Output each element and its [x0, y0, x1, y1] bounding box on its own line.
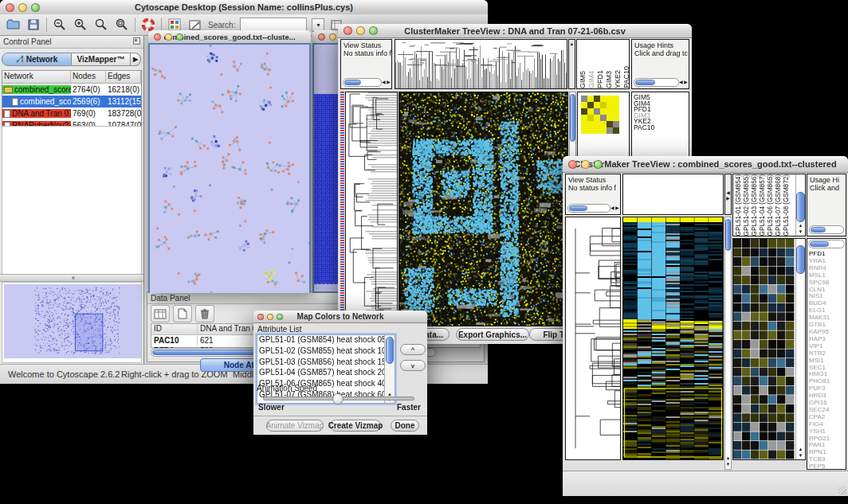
open-icon[interactable] [5, 18, 21, 32]
usage-hints-scrollbar[interactable]: ◀ ▶ [634, 78, 687, 87]
animate-vizmap-button[interactable]: Animate Vizmap [266, 420, 324, 432]
network-table: Network Nodes Edges combined_scores_2764… [2, 70, 142, 132]
attribute-item[interactable]: GPL51-02 (GSM855) heat shock 10 min [257, 346, 385, 357]
row-dendrogram-canvas[interactable] [566, 217, 620, 459]
attribute-item[interactable]: GPL51-04 (GSM857) heat shock 20 min [257, 368, 385, 379]
move-up-button[interactable]: ^ [400, 344, 426, 355]
close-button[interactable] [318, 33, 325, 41]
close-button[interactable] [568, 160, 577, 169]
scrollbar-thumb[interactable] [796, 192, 805, 222]
attribute-list[interactable]: GPL51-01 (GSM854) heat shock 05 minGPL51… [257, 334, 395, 404]
control-panel-tabs: Network VizMapper™ ▶ [0, 49, 143, 69]
attribute-item[interactable]: GPL51-03 (GSM856) heat shock 15 min [257, 357, 385, 369]
treeview2-usage-hints-panel: Usage HiClick and [807, 174, 846, 236]
speed-slider[interactable] [263, 397, 414, 400]
file-icon [12, 98, 18, 106]
zoom-button[interactable] [277, 314, 283, 320]
close-button[interactable] [154, 33, 161, 41]
minimize-button[interactable] [581, 160, 590, 169]
view-status-scrollbar[interactable]: ◀ ▶ [567, 204, 618, 213]
network-view-canvas[interactable] [150, 45, 309, 293]
move-down-button[interactable]: v [400, 360, 426, 371]
main-titlebar[interactable]: Cytoscape Desktop (Session Name: collins… [0, 0, 488, 15]
column-dendrogram-canvas[interactable] [395, 40, 567, 88]
close-button[interactable] [6, 3, 14, 12]
zoom-fit-icon[interactable] [114, 18, 130, 32]
save-icon[interactable] [26, 18, 41, 32]
control-panel-title: Control Panel [3, 37, 52, 46]
network-window-titlebar[interactable]: combined_scores_good.txt--cluste... [148, 30, 311, 44]
network-table-row[interactable]: DNA and Tran 07769(0)183728(0) [2, 107, 141, 119]
zoom-selected-icon[interactable] [93, 18, 109, 32]
column-labels-scrollbar[interactable]: ▲ ▼ [795, 174, 805, 236]
background-network-window [312, 30, 338, 293]
zoom-button[interactable] [594, 160, 603, 169]
attribute-item[interactable]: GPL51-01 (GSM854) heat shock 05 min [257, 335, 385, 346]
column-label: PAC10 [622, 66, 630, 88]
minimize-button[interactable] [18, 3, 27, 12]
network-table-row[interactable]: combined_sco2569(6)13112(15) [2, 96, 141, 107]
close-button[interactable] [344, 26, 352, 35]
folder-icon [4, 87, 13, 93]
heatmap-canvas[interactable] [623, 217, 723, 459]
view-status-scrollbar[interactable]: ◀ ▶ [343, 78, 390, 87]
minimize-button[interactable] [165, 33, 172, 41]
minimize-button[interactable] [356, 26, 365, 35]
scrollbar-thumb[interactable] [796, 245, 805, 274]
treeview2-titlebar[interactable]: ClusterMaker TreeView : combined_scores_… [563, 156, 848, 173]
network-name: combined_scores_ [14, 85, 71, 94]
network-name: DNA and Tran 07 [12, 109, 71, 118]
treeview2-vscrollbar[interactable]: ▲ ▼ [724, 217, 732, 470]
node-count: 2569(6) [71, 97, 106, 106]
scrollbar-thumb[interactable] [725, 219, 731, 251]
heatmap-canvas[interactable] [399, 92, 567, 326]
column-label: GIM3 [605, 71, 613, 88]
export-graphics-button[interactable]: Export Graphics... [456, 328, 529, 341]
treeview1-titlebar[interactable]: ClusterMaker TreeView : DNA and Tran 07-… [338, 24, 692, 38]
gene-label[interactable]: PEP5 [809, 463, 846, 470]
network-overview-canvas[interactable] [4, 284, 141, 358]
usage-hints-scrollbar[interactable] [809, 225, 844, 234]
close-button[interactable] [257, 314, 264, 320]
row-dendrogram-canvas[interactable] [346, 92, 397, 326]
zoom-out-icon[interactable] [52, 18, 68, 32]
zoom-panel-scrollbar[interactable]: ▲ ▼ [795, 239, 805, 459]
minimize-button[interactable] [267, 314, 273, 320]
treeview1-corner-strip: ▲ [568, 39, 575, 89]
tab-vizmapper[interactable]: VizMapper™ [72, 53, 131, 66]
resize-grip[interactable] [838, 486, 846, 494]
panel-splitter[interactable] [0, 274, 143, 282]
zoom-button[interactable] [369, 26, 378, 35]
search-dropdown-arrow[interactable]: ▼ [312, 18, 324, 32]
create-vizmap-button[interactable]: Create Vizmap [330, 420, 381, 432]
column-label: GPL51-06 (GSM865) [767, 174, 774, 236]
faster-label: Faster [397, 403, 421, 412]
zoom-heatmap-canvas[interactable] [733, 239, 795, 459]
zoom-button[interactable] [176, 33, 183, 41]
scrollbar-thumb[interactable] [810, 241, 829, 247]
gene-list-hscrollbar[interactable] [808, 240, 845, 248]
treeview2-corner-strip: ◀▶ [724, 174, 732, 215]
tab-network[interactable]: Network [2, 53, 72, 66]
column-label: GPL51-03 (GSM856) [751, 174, 758, 236]
slower-label: Slower [258, 403, 285, 412]
zoom-button[interactable] [31, 3, 40, 12]
zoom-in-icon[interactable] [73, 18, 88, 32]
treeview2-row-dendrogram [565, 217, 621, 460]
done-button[interactable]: Done [391, 420, 419, 432]
dense-network-canvas[interactable] [314, 45, 338, 291]
scrollbar-thumb[interactable] [386, 337, 394, 364]
delete-attribute-icon[interactable] [195, 305, 214, 322]
tab-overflow-arrow[interactable]: ▶ [131, 53, 141, 66]
network-table-header[interactable]: Network Nodes Edges [2, 71, 141, 84]
control-panel: Control Panel Network VizMapper™ ▶ Netwo… [0, 36, 144, 365]
select-attributes-icon[interactable] [151, 305, 170, 322]
scrollbar-thumb[interactable] [570, 94, 575, 142]
new-attribute-icon[interactable] [173, 305, 192, 322]
dialog-titlebar[interactable]: Map Colors to Network [253, 311, 427, 323]
float-panel-icon[interactable] [133, 37, 140, 46]
network-table-row[interactable]: combined_scores_2764(0)16218(0) [2, 84, 141, 96]
minimize-button[interactable] [329, 33, 336, 41]
attribute-list-scrollbar[interactable]: ▲▼ [384, 335, 395, 403]
zoom-heatmap-canvas[interactable] [580, 95, 622, 136]
